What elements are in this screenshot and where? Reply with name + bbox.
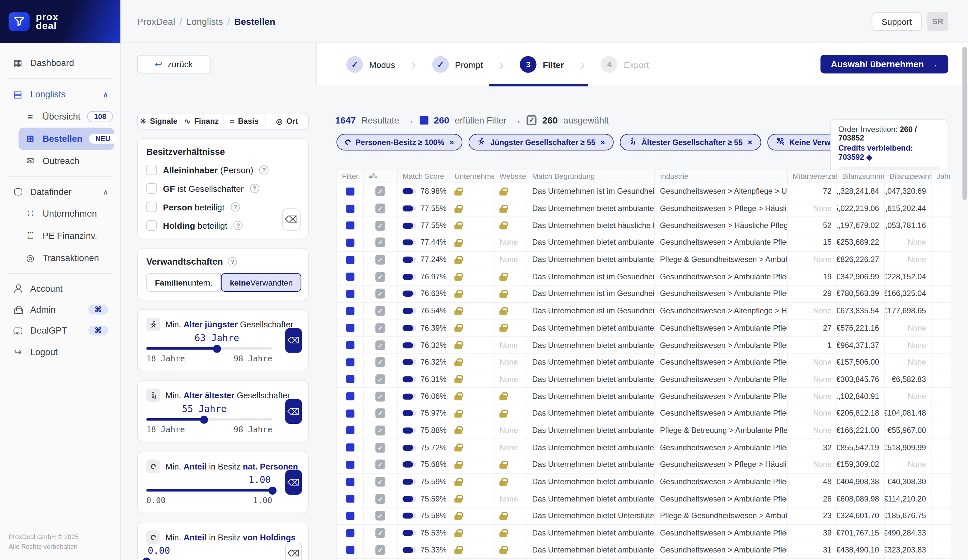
- filter-square[interactable]: [346, 512, 354, 520]
- sidebar-item-admin[interactable]: Admin ⌘: [6, 299, 114, 320]
- filter-square[interactable]: [346, 410, 354, 418]
- website-cell[interactable]: [494, 525, 527, 541]
- website-lock-icon[interactable]: [499, 410, 507, 418]
- filter-square[interactable]: [346, 188, 354, 196]
- row-checkbox[interactable]: ✓: [375, 545, 385, 555]
- company-lock-icon[interactable]: [454, 290, 462, 298]
- relatives-option[interactable]: keine Verwandten: [221, 273, 301, 292]
- checkbox[interactable]: [146, 165, 157, 175]
- website-lock-icon[interactable]: [499, 290, 507, 298]
- company-lock-icon[interactable]: [454, 546, 462, 554]
- company-lock-icon[interactable]: [454, 273, 462, 281]
- filter-square[interactable]: [346, 477, 354, 486]
- company-lock-icon[interactable]: [454, 477, 462, 486]
- table-row[interactable]: ✓ 75.68% Das Unternehmen bietet ambulant…: [337, 456, 951, 473]
- row-checkbox[interactable]: ✓: [375, 306, 385, 316]
- row-checkbox[interactable]: ✓: [375, 408, 385, 418]
- website-lock-icon[interactable]: [499, 546, 507, 554]
- website-lock-icon[interactable]: [499, 392, 507, 401]
- slider-thumb[interactable]: [200, 415, 208, 423]
- filter-square[interactable]: [346, 358, 354, 366]
- website-lock-icon[interactable]: [499, 529, 507, 537]
- filter-chip[interactable]: Ältester Gesellschafter ≥ 55 ×: [620, 134, 761, 150]
- table-row[interactable]: ✓ 77.44% None Das Unternehmen bietet amb…: [337, 234, 951, 251]
- back-button[interactable]: ↩ zurück: [137, 55, 211, 74]
- table-row[interactable]: ✓ 76.54% Das Unternehmen ist im Gesundhe…: [337, 303, 951, 320]
- website-lock-icon[interactable]: [499, 205, 507, 213]
- sidebar-item-dealgpt[interactable]: DealGPT ⌘: [6, 320, 114, 341]
- column-header-Mitarbeiterzahl[interactable]: Mitarbeiterzahl: [788, 170, 837, 183]
- vertical-scrollbar[interactable]: [963, 47, 967, 200]
- column-header-Unternehmen[interactable]: Unternehmen: [449, 170, 494, 183]
- filter-square[interactable]: [346, 273, 354, 281]
- filter-square[interactable]: [346, 495, 354, 503]
- table-row[interactable]: ✓ 77.24% None Das Unternehmen bietet amb…: [337, 251, 951, 269]
- table-row[interactable]: ✓ 75.97% Das Unternehmen bietet ambulant…: [337, 405, 951, 422]
- column-header-edit[interactable]: ≡✎: [364, 170, 398, 183]
- row-checkbox[interactable]: ✓: [375, 238, 385, 248]
- company-lock-icon[interactable]: [454, 205, 462, 213]
- table-row[interactable]: ✓ 76.32% None Das Unternehmen bietet amb…: [337, 354, 951, 371]
- row-checkbox[interactable]: ✓: [375, 221, 385, 230]
- slider-track[interactable]: [146, 418, 272, 421]
- filter-tab-ort[interactable]: ◎ Ort: [265, 113, 308, 129]
- breadcrumb-item[interactable]: ProxDeal: [137, 16, 175, 26]
- filter-square[interactable]: [346, 205, 354, 213]
- filter-square[interactable]: [346, 426, 354, 434]
- website-cell[interactable]: [494, 405, 527, 421]
- column-header-Website[interactable]: Website: [494, 170, 527, 183]
- column-header-Bilanzgewinn[interactable]: Bilanzgewinn: [885, 170, 932, 183]
- website-cell[interactable]: [494, 269, 527, 285]
- checkbox[interactable]: [146, 202, 157, 212]
- sidebar-item-datafinder[interactable]: Datafinder ∧: [6, 181, 114, 202]
- company-lock-icon[interactable]: [454, 495, 462, 503]
- filter-square[interactable]: [346, 290, 354, 298]
- filter-square[interactable]: [346, 341, 354, 349]
- website-cell[interactable]: None: [494, 491, 527, 507]
- website-cell[interactable]: None: [494, 422, 527, 438]
- company-lock-icon[interactable]: [454, 375, 462, 383]
- website-cell[interactable]: [494, 542, 527, 558]
- filter-tab-signale[interactable]: ✳ Signale: [138, 113, 180, 129]
- website-cell[interactable]: [494, 320, 527, 336]
- sidebar-item-dashboard[interactable]: ▦ Dashboard: [6, 52, 114, 74]
- company-lock-icon[interactable]: [454, 256, 462, 264]
- row-checkbox[interactable]: ✓: [375, 340, 385, 350]
- sidebar-item-pe-finanzinv[interactable]: ♖ PE Finanzinv.: [19, 225, 114, 247]
- sidebar-item-longlists[interactable]: ▤ Longlists ∧: [6, 83, 114, 106]
- website-cell[interactable]: [494, 508, 527, 524]
- website-cell[interactable]: None: [494, 439, 527, 456]
- sidebar-item-bestellen[interactable]: ⊞ Bestellen NEU: [19, 128, 114, 150]
- row-checkbox[interactable]: ✓: [375, 272, 385, 282]
- website-cell[interactable]: None: [494, 371, 527, 388]
- website-lock-icon[interactable]: [499, 324, 507, 332]
- clear-slider-button[interactable]: ⌫: [285, 328, 302, 352]
- relatives-option[interactable]: Familienuntern.: [146, 273, 221, 292]
- filter-square[interactable]: [346, 221, 354, 230]
- table-row[interactable]: ✓ 75.33% Das Unternehmen bietet ambulant…: [337, 542, 951, 559]
- row-checkbox[interactable]: ✓: [375, 477, 385, 486]
- row-checkbox[interactable]: ✓: [375, 187, 385, 197]
- website-cell[interactable]: [494, 200, 527, 216]
- row-checkbox[interactable]: ✓: [375, 460, 385, 469]
- table-row[interactable]: ✓ 75.53% Das Unternehmen bietet ambulant…: [337, 525, 951, 542]
- slider-thumb[interactable]: [268, 486, 276, 494]
- company-lock-icon[interactable]: [454, 426, 462, 434]
- slider-track[interactable]: [146, 347, 272, 350]
- remove-chip-icon[interactable]: ×: [449, 137, 454, 147]
- filter-tab-basis[interactable]: = Basis: [223, 113, 265, 129]
- help-icon[interactable]: ?: [259, 165, 269, 175]
- help-icon[interactable]: ?: [228, 257, 237, 266]
- filter-chip[interactable]: Jüngster Gesellschafter ≥ 55 ×: [469, 134, 613, 150]
- filter-square[interactable]: [346, 461, 354, 469]
- filter-square[interactable]: [346, 256, 354, 264]
- table-row[interactable]: ✓ 76.32% None Das Unternehmen bietet amb…: [337, 337, 951, 354]
- column-header-Match Score[interactable]: Match Score: [398, 170, 450, 183]
- table-row[interactable]: ✓ 76.39% Das Unternehmen bietet ambulant…: [337, 320, 951, 337]
- website-lock-icon[interactable]: [499, 512, 507, 520]
- column-header-Filter[interactable]: Filter: [337, 170, 364, 183]
- table-row[interactable]: ✓ 75.88% None Das Unternehmen bietet amb…: [337, 422, 951, 439]
- website-cell[interactable]: None: [494, 354, 527, 370]
- step-modus[interactable]: ✓ Modus: [346, 56, 395, 73]
- website-lock-icon[interactable]: [499, 461, 507, 469]
